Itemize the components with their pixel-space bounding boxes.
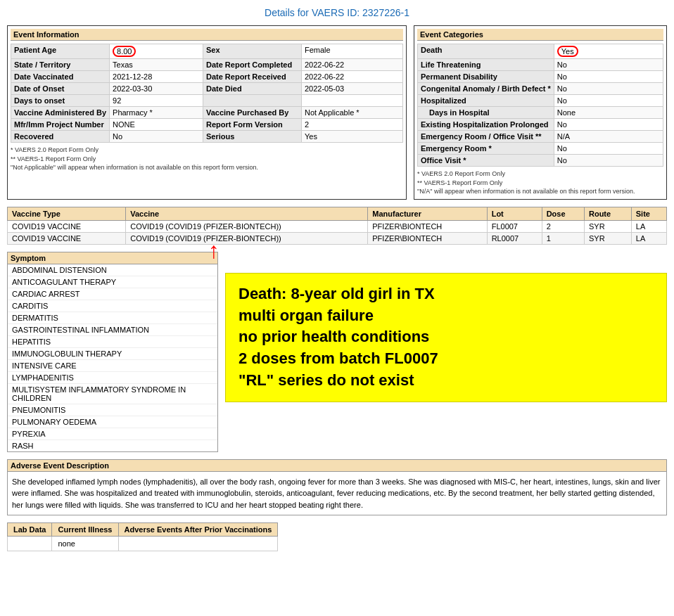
list-item: HEPATITIS [8,336,217,348]
value-serious: Yes [301,131,402,143]
event-info-heading: Event Information [11,29,403,41]
table-row: Recovered No Serious Yes [11,131,403,143]
vaccine-table: Vaccine Type Vaccine Manufacturer Lot Do… [7,207,667,245]
event-categories-table: Death Yes Life Threatening No Permanent … [417,44,663,167]
label-life-threatening: Life Threatening [418,59,554,71]
list-item: PNEUMONITIS [8,404,217,416]
col-lot: Lot [487,207,542,220]
cell-dose-2: 1 [542,232,584,244]
table-row: Emergency Room / Office Visit ** N/A [418,131,663,143]
value-mfr-project: NONE [110,119,203,131]
table-row: Vaccine Administered By Pharmacy * Vacci… [11,107,403,119]
cell-route-2: SYR [584,232,631,244]
table-row: Existing Hospitalization Prolonged No [418,119,663,131]
cell-vaccine-2: COVID19 (COVID19 (PFIZER-BIONTECH)) [126,232,368,244]
cell-vaccine-1: COVID19 (COVID19 (PFIZER-BIONTECH)) [126,220,368,232]
lab-section: Lab Data Current Illness Adverse Events … [7,522,667,551]
table-row: COVID19 VACCINE COVID19 (COVID19 (PFIZER… [8,220,667,232]
cell-lot-2: RL0007 [487,232,542,244]
ec-footnote-3: "N/A" will appear when information is no… [417,187,663,196]
list-item: IMMUNOGLOBULIN THERAPY [8,348,217,360]
cell-manufacturer-2: PFIZER\BIONTECH [368,232,487,244]
value-date-report-completed: 2022-06-22 [301,59,402,71]
label-office-visit: Office Visit * [418,155,554,167]
col-route: Route [584,207,631,220]
red-arrow-icon: ↑ [208,239,220,262]
col-vaccine-type: Vaccine Type [8,207,126,220]
label-mfr-project: Mfr/Imm Project Number [11,119,110,131]
cell-site-2: LA [631,232,666,244]
patient-age-highlight: 8.00 [113,46,136,57]
event-info-table: Patient Age 8.00 Sex Female State / Terr… [11,44,403,143]
cell-current-illness: none [52,537,118,551]
value-office-visit: No [554,155,663,167]
symptoms-heading: Symptom [7,252,218,264]
label-days-hospital: Days in Hospital [418,107,554,119]
table-row: Days to onset 92 [11,95,403,107]
value-date-died: 2022-05-03 [301,83,402,95]
label-empty1 [203,95,301,107]
label-report-form-version: Report Form Version [203,119,301,131]
death-highlight: Yes [557,46,578,57]
table-row: Death Yes [418,44,663,59]
col-site: Site [631,207,666,220]
value-hospitalized: No [554,95,663,107]
label-date-vaccinated: Date Vaccinated [11,71,110,83]
col-vaccine: Vaccine [126,207,368,220]
top-section: Event Information Patient Age 8.00 Sex F… [7,25,667,200]
label-er: Emergency Room * [418,143,554,155]
list-item: ANTICOAGULANT THERAPY [8,276,217,288]
page-title: Details for VAERS ID: 2327226-1 [7,7,667,18]
lab-table: Lab Data Current Illness Adverse Events … [7,522,278,551]
vaccine-table-header: Vaccine Type Vaccine Manufacturer Lot Do… [8,207,667,220]
footnote-2: ** VAERS-1 Report Form Only [11,155,403,164]
value-death: Yes [554,44,663,59]
list-item: MULTISYSTEM INFLAMMATORY SYNDROME IN CHI… [8,384,217,404]
list-item: GASTROINTESTINAL INFLAMMATION [8,324,217,336]
adverse-event-text: She developed inflamed lymph nodes (lymp… [7,471,667,516]
value-date-vaccinated: 2021-12-28 [110,71,203,83]
table-row: COVID19 VACCINE COVID19 (COVID19 (PFIZER… [8,232,667,244]
label-date-onset: Date of Onset [11,83,110,95]
value-er-office: N/A [554,131,663,143]
symptoms-annotation-row: ↑ Symptom ABDOMINAL DISTENSION ANTICOAGU… [7,252,667,452]
cell-lot-1: FL0007 [487,220,542,232]
ec-footnote-2: ** VAERS-1 Report Form Only [417,179,663,188]
value-empty1 [301,95,402,107]
table-row: State / Territory Texas Date Report Comp… [11,59,403,71]
cell-site-1: LA [631,220,666,232]
table-row: Emergency Room * No [418,143,663,155]
symptoms-section: Symptom ABDOMINAL DISTENSION ANTICOAGULA… [7,252,218,452]
list-item: PULMONARY OEDEMA [8,416,217,428]
cell-route-1: SYR [584,220,631,232]
table-row: Congenital Anomaly / Birth Defect * No [418,83,663,95]
table-row: Days in Hospital None [418,107,663,119]
table-row: Hospitalized No [418,95,663,107]
col-lab-data: Lab Data [8,523,52,537]
value-sex: Female [301,44,402,59]
list-item: ABDOMINAL DISTENSION [8,264,217,276]
label-congenital: Congenital Anomaly / Birth Defect * [418,83,554,95]
value-life-threatening: No [554,59,663,71]
label-date-died: Date Died [203,83,301,95]
table-row: none [8,537,278,551]
value-existing-hosp: No [554,119,663,131]
list-item: CARDIAC ARREST [8,288,217,300]
table-row: Permanent Disability No [418,71,663,83]
list-item: INTENSIVE CARE [8,360,217,372]
value-recovered: No [110,131,203,143]
label-vaccine-purchased-by: Vaccine Purchased By [203,107,301,119]
value-vaccine-admin-by: Pharmacy * [110,107,203,119]
label-vaccine-admin-by: Vaccine Administered By [11,107,110,119]
event-categories-heading: Event Categories [417,29,663,41]
table-row: Life Threatening No [418,59,663,71]
label-patient-age: Patient Age [11,44,110,59]
footnote-1: * VAERS 2.0 Report Form Only [11,146,403,155]
label-days-onset: Days to onset [11,95,110,107]
label-sex: Sex [203,44,301,59]
label-death: Death [418,44,554,59]
label-serious: Serious [203,131,301,143]
value-congenital: No [554,83,663,95]
event-categories-box: Event Categories Death Yes Life Threaten… [414,25,667,200]
table-row: Office Visit * No [418,155,663,167]
